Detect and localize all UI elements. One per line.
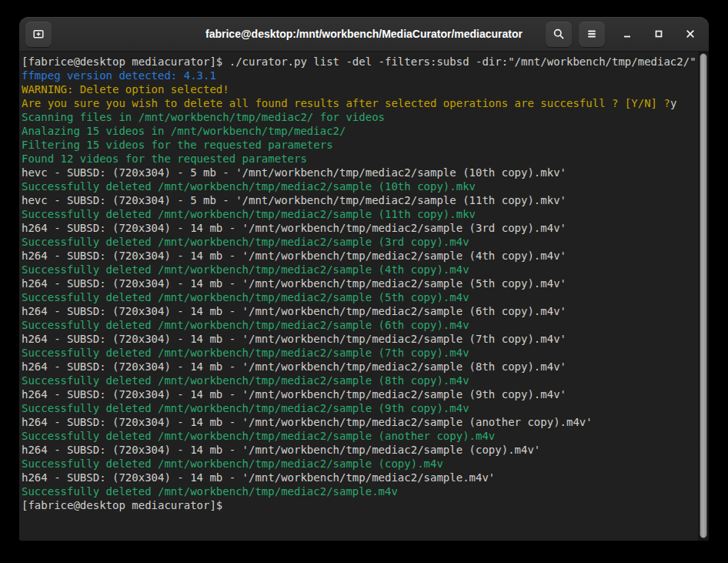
terminal-line: hevc - SUBSD: (720x304) - 5 mb - '/mnt/w… xyxy=(22,166,696,179)
terminal-line: Analazing 15 videos in /mnt/workbench/tm… xyxy=(22,124,696,138)
terminal-line: h264 - SUBSD: (720x304) - 14 mb - '/mnt/… xyxy=(22,471,696,484)
terminal-line: Successfully deleted /mnt/workbench/tmp/… xyxy=(22,235,696,249)
terminal-window: fabrice@desktop:/mnt/workbench/MediaCura… xyxy=(19,17,709,541)
terminal-line: h264 - SUBSD: (720x304) - 14 mb - '/mnt/… xyxy=(22,360,696,374)
terminal-line: Scanning files in /mnt/workbench/tmp/med… xyxy=(22,110,696,124)
maximize-button[interactable] xyxy=(650,22,668,47)
new-tab-icon xyxy=(32,28,45,40)
scrollbar-thumb[interactable] xyxy=(700,53,707,538)
terminal-line: Successfully deleted /mnt/workbench/tmp/… xyxy=(22,346,696,360)
terminal-line: h264 - SUBSD: (720x304) - 14 mb - '/mnt/… xyxy=(22,221,696,235)
terminal-line: Successfully deleted /mnt/workbench/tmp/… xyxy=(22,484,696,498)
terminal-line: hevc - SUBSD: (720x304) - 5 mb - '/mnt/w… xyxy=(22,193,696,207)
terminal-line: Successfully deleted /mnt/workbench/tmp/… xyxy=(22,179,696,193)
terminal-line: h264 - SUBSD: (720x304) - 14 mb - '/mnt/… xyxy=(22,387,696,401)
search-button[interactable] xyxy=(546,22,572,47)
terminal-line: Successfully deleted /mnt/workbench/tmp/… xyxy=(22,374,696,387)
minimize-button[interactable] xyxy=(618,22,636,47)
terminal-line: Successfully deleted /mnt/workbench/tmp/… xyxy=(22,401,696,415)
terminal-line: Successfully deleted /mnt/workbench/tmp/… xyxy=(22,318,696,332)
titlebar[interactable]: fabrice@desktop:/mnt/workbench/MediaCura… xyxy=(19,17,709,52)
titlebar-controls xyxy=(546,22,709,47)
terminal-line: h264 - SUBSD: (720x304) - 14 mb - '/mnt/… xyxy=(22,249,696,263)
search-icon xyxy=(553,28,565,40)
terminal-line: Successfully deleted /mnt/workbench/tmp/… xyxy=(22,263,696,276)
terminal-line: Successfully deleted /mnt/workbench/tmp/… xyxy=(22,290,696,304)
menu-button[interactable] xyxy=(579,22,605,47)
menu-icon xyxy=(586,28,598,40)
terminal-line: Filtering 15 videos for the requested pa… xyxy=(22,138,696,152)
terminal-line: WARNING: Delete option selected! xyxy=(22,82,696,96)
terminal-line: ffmpeg version detected: 4.3.1 xyxy=(22,69,696,82)
new-tab-button[interactable] xyxy=(25,22,52,47)
terminal-line: [fabrice@desktop mediacurator]$ xyxy=(22,498,696,512)
close-icon xyxy=(684,28,696,40)
terminal-line: [fabrice@desktop mediacurator]$ ./curato… xyxy=(22,55,696,69)
terminal-line: Successfully deleted /mnt/workbench/tmp/… xyxy=(22,429,696,443)
terminal-line: h264 - SUBSD: (720x304) - 14 mb - '/mnt/… xyxy=(22,443,696,457)
terminal-output: [fabrice@desktop mediacurator]$ ./curato… xyxy=(22,55,696,512)
minimize-icon xyxy=(621,28,633,40)
scrollbar-track[interactable] xyxy=(698,52,709,541)
close-button[interactable] xyxy=(681,22,700,47)
terminal-line: h264 - SUBSD: (720x304) - 14 mb - '/mnt/… xyxy=(22,332,696,346)
terminal-line: Successfully deleted /mnt/workbench/tmp/… xyxy=(22,457,696,471)
terminal-line: h264 - SUBSD: (720x304) - 14 mb - '/mnt/… xyxy=(22,276,696,290)
window-title: fabrice@desktop:/mnt/workbench/MediaCura… xyxy=(205,28,523,40)
terminal-line: Found 12 videos for the requested parame… xyxy=(22,152,696,166)
terminal-line: Are you sure you wish to delete all foun… xyxy=(22,96,696,110)
terminal-line: h264 - SUBSD: (720x304) - 14 mb - '/mnt/… xyxy=(22,415,696,429)
terminal-content[interactable]: [fabrice@desktop mediacurator]$ ./curato… xyxy=(19,52,709,541)
maximize-icon xyxy=(653,28,665,40)
terminal-line: h264 - SUBSD: (720x304) - 14 mb - '/mnt/… xyxy=(22,304,696,318)
terminal-line: Successfully deleted /mnt/workbench/tmp/… xyxy=(22,207,696,221)
